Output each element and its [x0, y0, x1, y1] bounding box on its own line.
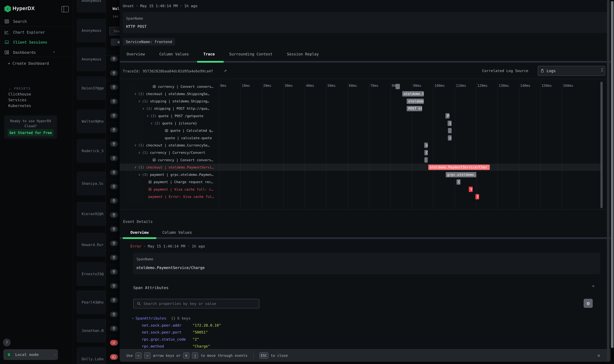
trace-tree-row[interactable]: payment | Error: Visa cache ful… — [148, 193, 214, 200]
help-button[interactable]: ? — [3, 338, 11, 346]
gear-icon[interactable]: ⚙ — [584, 299, 593, 308]
session-event-location-pin-icon[interactable] — [110, 170, 118, 175]
arrow-left-key[interactable]: ← — [135, 352, 142, 359]
chevron-down-icon[interactable]: ∨ — [138, 173, 140, 176]
span-duration-bar[interactable]: Cu — [424, 150, 428, 155]
session-event-location-pin-icon[interactable] — [110, 84, 118, 90]
j-key[interactable]: j — [192, 352, 198, 359]
span-duration-bar[interactable] — [396, 84, 400, 89]
span-duration-bar[interactable]: Ch — [457, 179, 460, 185]
trace-tree-row[interactable]: quote | calculate-quote — [165, 134, 212, 142]
attribute-value[interactable]: "50051" — [193, 330, 208, 334]
drawer-scrollbar-track[interactable] — [607, 0, 610, 362]
collapse-section-icon[interactable]: ⌃ — [592, 284, 595, 290]
trace-tree-row[interactable]: ∨(2)quote | {closure} — [151, 120, 197, 127]
session-event-location-pin-icon[interactable] — [110, 70, 118, 76]
event-tab-column-values[interactable]: Column Values — [162, 230, 192, 235]
span-duration-bar[interactable] — [448, 128, 452, 133]
k-key[interactable]: k — [183, 352, 189, 359]
user-menu[interactable]: U Local mode › — [3, 349, 58, 360]
trace-tree-row[interactable]: currency | Convert convers… — [152, 156, 213, 164]
session-list-item[interactable]: Howard.Rur — [77, 233, 105, 257]
chevron-down-icon[interactable]: ∨ — [143, 107, 144, 110]
session-event-location-pin-icon[interactable] — [110, 113, 118, 118]
trace-tree-row[interactable]: ∨(1)checkout | oteldemo.PaymentServi… — [134, 164, 214, 171]
tab-trace[interactable]: Trace — [203, 52, 215, 56]
page-scrollbar[interactable] — [611, 1, 614, 348]
session-list-item[interactable]: Jonathan.B — [77, 319, 105, 343]
tab-overview[interactable]: Overview — [127, 52, 145, 56]
attribute-key[interactable]: net.sock.peer.addr — [142, 323, 181, 327]
create-dashboard-button[interactable]: + Create Dashboard — [8, 61, 49, 66]
attributes-search-input[interactable]: Search properties by key or value — [133, 299, 259, 308]
trace-tree-row[interactable]: ∨(1)checkout | oteldemo.ShippingSe… — [134, 90, 209, 97]
preset-item-services[interactable]: Services — [8, 98, 26, 102]
trace-tree-row[interactable]: quote | Calculated q… — [165, 127, 213, 134]
trace-tree-row[interactable]: payment | Visa cache full: c… — [148, 186, 213, 193]
event-tab-overview[interactable]: Overview — [131, 230, 149, 235]
session-event-location-pin-icon[interactable] — [110, 312, 118, 317]
chevron-down-icon[interactable]: ∨ — [134, 143, 136, 147]
span-duration-bar[interactable]: POST htt — [407, 106, 422, 111]
span-duration-bar[interactable]: grpc.oteldemo. — [446, 172, 476, 177]
tab-surrounding-context[interactable]: Surrounding Context — [229, 52, 273, 56]
session-list-item[interactable]: Walton9@ho — [77, 109, 105, 133]
span-duration-bar[interactable]: PO — [445, 113, 449, 118]
session-list-item[interactable]: Pearl43@ho — [77, 290, 105, 314]
session-event-location-pin-icon[interactable] — [110, 198, 118, 204]
attribute-value[interactable]: "Charge" — [193, 344, 210, 348]
attribute-key[interactable]: rpc.grpc.status_code — [142, 337, 186, 341]
chevron-up-icon[interactable]: ⌃ — [53, 51, 55, 55]
session-list-item[interactable]: Anonymous — [77, 0, 105, 13]
chevron-down-icon[interactable]: ∨ — [147, 114, 148, 118]
chevron-down-icon[interactable]: ∨ — [138, 100, 140, 103]
chevron-down-icon[interactable]: ∨ — [134, 92, 136, 96]
session-event-location-pin-icon[interactable] — [110, 326, 118, 331]
session-event-location-pin-icon[interactable] — [110, 226, 118, 232]
session-event-location-pin-icon[interactable] — [110, 56, 118, 62]
session-event-location-pin-icon[interactable] — [110, 283, 118, 289]
span-duration-bar[interactable]: Er — [475, 194, 479, 199]
arrow-right-key[interactable]: → — [144, 352, 151, 359]
session-list-item[interactable]: Ernesto33@ — [77, 262, 105, 286]
attribute-key[interactable]: rpc.method — [142, 344, 164, 348]
session-event-location-pin-icon[interactable] — [110, 297, 118, 303]
span-duration-bar[interactable]: oteldemo.PaymentService/Char — [428, 165, 490, 170]
trace-tree-row[interactable]: ∨(1)shipping | POST http://quo… — [143, 105, 209, 112]
span-duration-bar[interactable]: oteldemo.Sh — [402, 91, 424, 96]
sidebar-collapse-icon[interactable] — [62, 6, 69, 12]
preset-item-clickhouse[interactable]: Clickhouse — [8, 92, 31, 96]
session-event-location-pin-icon[interactable] — [110, 269, 118, 274]
session-event-location-pin-icon[interactable] — [110, 156, 118, 161]
span-duration-bar[interactable]: Vi — [469, 187, 473, 192]
attribute-value[interactable]: "172.28.0.10" — [193, 323, 221, 327]
tab-session-replay[interactable]: Session Replay — [287, 52, 319, 56]
session-event-location-pin-icon[interactable] — [110, 99, 118, 104]
attribute-value[interactable]: "2" — [193, 337, 199, 341]
session-event-location-pin-icon[interactable] — [110, 141, 118, 147]
preset-item-kubernetes[interactable]: Kubernetes — [8, 104, 31, 108]
tab-column-values[interactable]: Column Values — [159, 52, 189, 56]
span-duration-bar[interactable]: ca — [448, 135, 452, 141]
chevron-down-icon[interactable]: ∨ — [151, 122, 152, 125]
session-list-item[interactable]: Kieran92@h — [77, 202, 105, 226]
span-duration-bar[interactable]: {c — [448, 121, 452, 126]
session-list-item[interactable]: Anonymous — [77, 47, 105, 71]
span-duration-bar[interactable]: ot — [424, 143, 428, 148]
trace-tree-row[interactable]: ∨(1)checkout | oteldemo.CurrencySe… — [134, 142, 209, 149]
attribute-key[interactable]: net.sock.peer.port — [142, 330, 181, 334]
session-event-location-pin-icon[interactable] — [110, 255, 118, 260]
get-started-button[interactable]: Get Started for Free — [8, 129, 54, 136]
presets-header[interactable]: ⌄ PRESETS — [9, 87, 31, 90]
trace-tree-row[interactable]: ∨(1)shipping | oteldemo.Shipping… — [138, 98, 209, 105]
session-event-location-pin-icon[interactable] — [110, 212, 118, 218]
trace-tree-row[interactable]: ∨(1)currency | Currency/Convert — [138, 149, 205, 156]
esc-key[interactable]: ESC — [259, 352, 268, 359]
session-list-item[interactable]: Dolly.Lubo — [77, 347, 105, 364]
sidebar-item-chart-explorer[interactable]: Chart Explorer — [4, 30, 45, 35]
sidebar-item-dashboards[interactable]: Dashboards — [4, 50, 36, 55]
span-duration-bar[interactable] — [424, 157, 428, 163]
chevron-down-icon[interactable]: ∨ — [134, 166, 136, 169]
session-event-swap-icon[interactable] — [110, 340, 118, 346]
session-event-location-pin-icon[interactable] — [110, 127, 118, 133]
